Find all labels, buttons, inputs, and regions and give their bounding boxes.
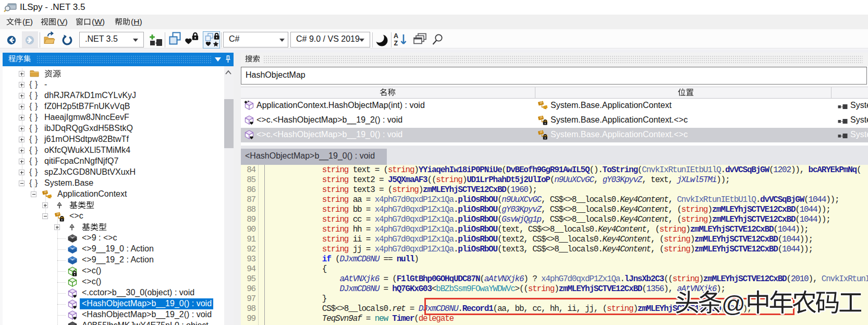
- svg-text:Z: Z: [394, 40, 398, 47]
- svg-text:A: A: [394, 32, 398, 40]
